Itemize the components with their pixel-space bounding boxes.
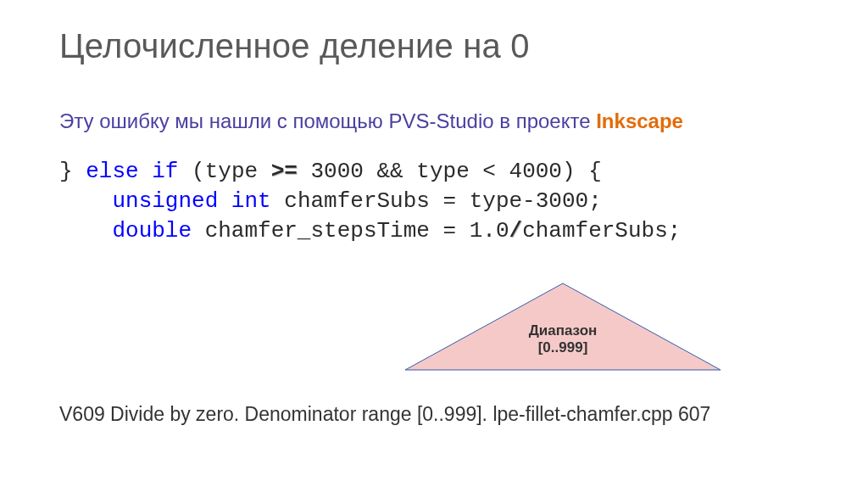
annotation-label: Диапазон [0..999]: [402, 322, 724, 355]
code-text: chamferSubs = type-3000;: [271, 188, 602, 214]
slide-title: Целочисленное деление на 0: [59, 27, 809, 65]
code-text: }: [59, 159, 86, 184]
code-block: } else if (type >= 3000 && type < 4000) …: [59, 157, 809, 246]
code-text: [218, 188, 231, 214]
code-text: chamferSubs;: [522, 218, 681, 244]
code-indent: [59, 188, 112, 214]
kw-double: double: [112, 218, 192, 244]
code-text: 3000 && type < 4000) {: [298, 159, 602, 184]
code-text: chamfer_stepsTime = 1.0: [192, 218, 509, 244]
code-text: [139, 159, 153, 184]
project-name: Inkscape: [596, 109, 683, 132]
code-text: (type: [178, 159, 270, 184]
kw-int: int: [231, 188, 271, 214]
subtitle-text: Эту ошибку мы нашли с помощью PVS-Studio…: [59, 109, 596, 132]
annotation-line1: Диапазон: [529, 322, 598, 339]
annotation-line2: [0..999]: [538, 339, 588, 355]
annotation-callout: Диапазон [0..999]: [402, 282, 724, 375]
code-indent: [59, 218, 112, 244]
operator-gte: >=: [271, 159, 298, 184]
kw-unsigned: unsigned: [112, 188, 218, 214]
slide-subtitle: Эту ошибку мы нашли с помощью PVS-Studio…: [59, 109, 809, 133]
kw-else: else: [86, 159, 138, 184]
slide-container: Целочисленное деление на 0 Эту ошибку мы…: [0, 0, 868, 487]
kw-if: if: [152, 159, 178, 184]
operator-divide: /: [509, 218, 523, 244]
diagnostic-message: V609 Divide by zero. Denominator range […: [59, 403, 710, 426]
